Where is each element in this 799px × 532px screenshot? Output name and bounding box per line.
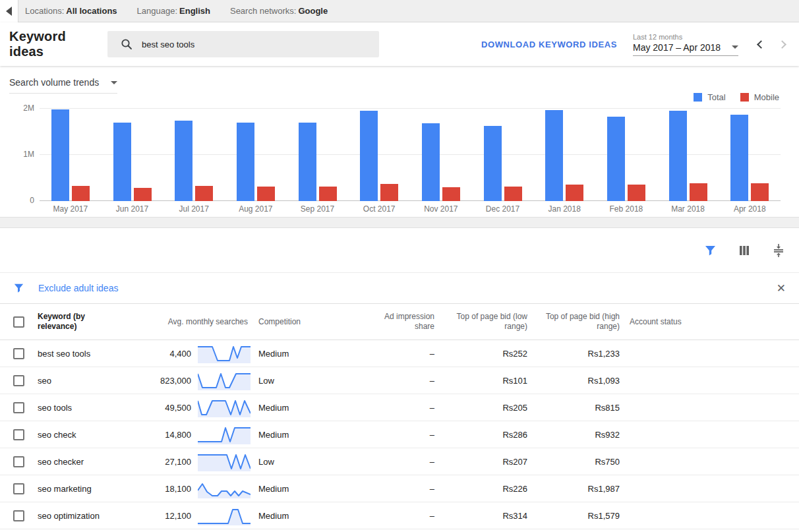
total-bar[interactable] bbox=[299, 123, 316, 201]
mobile-bar[interactable] bbox=[319, 187, 337, 201]
previous-period-button[interactable] bbox=[753, 36, 769, 52]
search-trend-sparkline bbox=[191, 370, 252, 390]
chart-title: Search volume trends bbox=[9, 77, 99, 88]
mobile-bar[interactable] bbox=[566, 185, 583, 201]
bar-group-jun-2017 bbox=[102, 102, 163, 201]
row-checkbox[interactable] bbox=[13, 402, 24, 413]
competition-cell: Medium bbox=[252, 484, 364, 494]
total-bar[interactable] bbox=[175, 121, 192, 201]
mobile-bar[interactable] bbox=[257, 187, 275, 201]
bar-group-dec-2017 bbox=[472, 102, 534, 201]
columns-button[interactable] bbox=[737, 243, 752, 258]
table-row[interactable]: seo check14,800Medium–Rs286Rs932 bbox=[0, 421, 799, 448]
table-row[interactable]: seo tools49,500Medium–Rs205Rs815 bbox=[0, 394, 799, 421]
top-bid-low-cell: Rs205 bbox=[434, 403, 527, 413]
mobile-bar[interactable] bbox=[504, 187, 522, 201]
mobile-bar[interactable] bbox=[380, 184, 398, 201]
total-bar[interactable] bbox=[237, 123, 254, 201]
total-bar[interactable] bbox=[422, 123, 440, 201]
column-header-competition[interactable]: Competition bbox=[252, 317, 364, 326]
download-keyword-ideas-link[interactable]: DOWNLOAD KEYWORD IDEAS bbox=[481, 40, 617, 49]
next-period-button[interactable] bbox=[774, 36, 790, 52]
select-all-checkbox[interactable] bbox=[13, 316, 24, 328]
x-axis-label: Sep 2017 bbox=[287, 204, 349, 214]
row-checkbox[interactable] bbox=[13, 348, 24, 359]
back-button[interactable] bbox=[0, 0, 18, 22]
total-bar[interactable] bbox=[669, 111, 687, 201]
column-header-top-bid-low[interactable]: Top of page bid (low range) bbox=[434, 312, 527, 332]
top-bid-low-cell: Rs207 bbox=[434, 457, 527, 467]
column-header-account-status[interactable]: Account status bbox=[620, 317, 799, 326]
x-axis-label: May 2017 bbox=[40, 204, 102, 214]
context-setting[interactable]: Locations:All locations bbox=[25, 6, 117, 16]
table-row[interactable]: seo marketing18,100Medium–Rs226Rs1,987 bbox=[0, 475, 799, 502]
chevron-left-icon bbox=[757, 40, 765, 49]
row-checkbox[interactable] bbox=[13, 456, 24, 467]
competition-cell: Medium bbox=[252, 403, 364, 413]
columns-icon bbox=[738, 245, 750, 256]
keyword-search-box[interactable] bbox=[107, 31, 379, 57]
total-bar[interactable] bbox=[730, 115, 748, 201]
chevron-down-icon bbox=[111, 81, 117, 84]
row-checkbox[interactable] bbox=[13, 510, 24, 521]
search-trend-sparkline bbox=[191, 506, 252, 525]
context-bar: Locations:All locationsLanguage:EnglishS… bbox=[0, 0, 799, 22]
total-bar[interactable] bbox=[545, 110, 563, 201]
column-header-keyword[interactable]: Keyword (by relevance) bbox=[38, 312, 125, 332]
top-bid-high-cell: Rs815 bbox=[527, 403, 620, 413]
total-bar[interactable] bbox=[113, 123, 131, 201]
competition-cell: Medium bbox=[252, 349, 364, 359]
avg-monthly-searches-cell: 49,500 bbox=[125, 403, 191, 413]
bar-group-apr-2018 bbox=[719, 102, 781, 201]
total-bar[interactable] bbox=[607, 117, 625, 201]
top-bid-high-cell: Rs1,987 bbox=[527, 484, 620, 494]
table-row[interactable]: seo optimization12,100Medium–Rs314Rs1,57… bbox=[0, 502, 799, 529]
chart-type-selector[interactable]: Search volume trends bbox=[9, 77, 117, 94]
filter-button[interactable] bbox=[703, 243, 717, 258]
table-row[interactable]: best seo tools4,400Medium–Rs252Rs1,233 bbox=[0, 340, 799, 367]
active-filter-bar: Exclude adult ideas ✕ bbox=[0, 273, 799, 304]
adjust-rows-button[interactable] bbox=[771, 243, 786, 258]
context-setting[interactable]: Language:English bbox=[137, 6, 210, 16]
page-title: Keyword ideas bbox=[9, 29, 98, 59]
context-setting[interactable]: Search networks:Google bbox=[230, 6, 328, 16]
date-range-value: May 2017 – Apr 2018 bbox=[633, 42, 721, 53]
column-header-ad-impression-share[interactable]: Ad impression share bbox=[364, 312, 434, 332]
column-header-top-bid-high[interactable]: Top of page bid (high range) bbox=[527, 312, 620, 332]
avg-monthly-searches-cell: 27,100 bbox=[125, 457, 191, 467]
total-bar[interactable] bbox=[51, 109, 69, 201]
ad-impression-share-cell: – bbox=[364, 511, 434, 521]
row-checkbox[interactable] bbox=[13, 429, 24, 440]
top-bid-low-cell: Rs314 bbox=[434, 511, 527, 521]
search-input[interactable] bbox=[142, 40, 340, 49]
row-checkbox[interactable] bbox=[13, 375, 24, 386]
top-bid-low-cell: Rs226 bbox=[434, 484, 527, 494]
mobile-bar[interactable] bbox=[442, 187, 460, 201]
row-checkbox[interactable] bbox=[13, 483, 24, 494]
bar-group-aug-2017 bbox=[225, 102, 287, 201]
search-volume-chart-card: Search volume trends TotalMobile 01M2M M… bbox=[0, 66, 799, 218]
total-bar[interactable] bbox=[484, 126, 502, 201]
mobile-bar[interactable] bbox=[751, 183, 769, 201]
x-axis-label: Aug 2017 bbox=[225, 204, 287, 214]
close-icon[interactable]: ✕ bbox=[777, 281, 786, 295]
mobile-bar[interactable] bbox=[690, 183, 707, 201]
column-header-avg-monthly-searches[interactable]: Avg. monthly searches bbox=[125, 317, 252, 326]
filter-chip-exclude-adult-ideas[interactable]: Exclude adult ideas bbox=[38, 283, 118, 293]
table-row[interactable]: seo823,000Low–Rs101Rs1,093 bbox=[0, 367, 799, 394]
search-icon bbox=[121, 38, 133, 50]
chevron-down-icon bbox=[732, 45, 738, 49]
keyword-cell: best seo tools bbox=[38, 349, 125, 359]
mobile-bar[interactable] bbox=[72, 186, 90, 201]
chart-x-axis-labels: May 2017Jun 2017Jul 2017Aug 2017Sep 2017… bbox=[40, 204, 781, 214]
mobile-bar[interactable] bbox=[134, 188, 152, 201]
total-bar[interactable] bbox=[360, 111, 378, 201]
filter-icon bbox=[13, 283, 24, 293]
date-range-select[interactable]: May 2017 – Apr 2018 bbox=[633, 42, 738, 56]
mobile-bar[interactable] bbox=[628, 185, 645, 201]
bar-chart-plot: 01M2M bbox=[40, 102, 781, 201]
mobile-bar[interactable] bbox=[195, 186, 213, 201]
table-row[interactable]: seo checker27,100Low–Rs207Rs750 bbox=[0, 448, 799, 475]
bar-group-nov-2017 bbox=[410, 102, 472, 201]
search-trend-sparkline bbox=[191, 398, 252, 417]
